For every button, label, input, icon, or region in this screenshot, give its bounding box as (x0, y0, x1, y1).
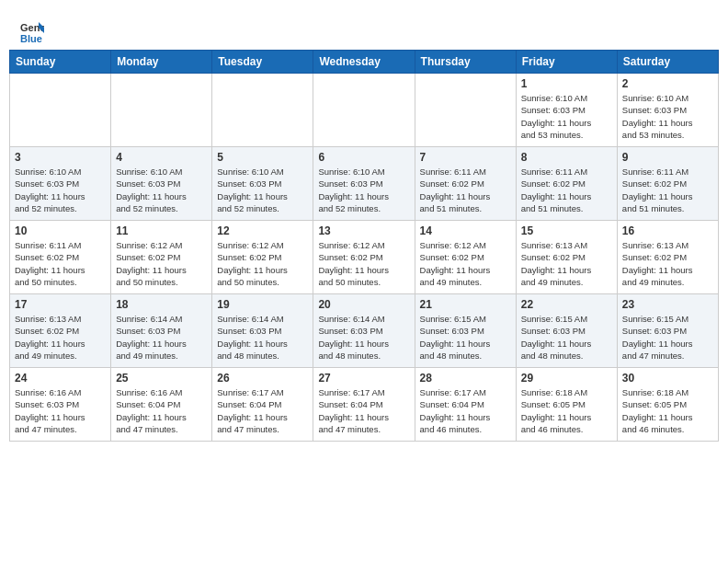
day-info: Sunrise: 6:16 AM Sunset: 6:03 PM Dayligh… (15, 386, 106, 435)
calendar-cell: 25Sunrise: 6:16 AM Sunset: 6:04 PM Dayli… (111, 368, 212, 442)
day-number: 29 (521, 372, 612, 385)
weekday-header: Friday (516, 51, 617, 74)
day-info: Sunrise: 6:10 AM Sunset: 6:03 PM Dayligh… (622, 92, 713, 141)
day-info: Sunrise: 6:15 AM Sunset: 6:03 PM Dayligh… (521, 313, 612, 362)
calendar-cell: 12Sunrise: 6:12 AM Sunset: 6:02 PM Dayli… (212, 221, 313, 294)
day-info: Sunrise: 6:13 AM Sunset: 6:02 PM Dayligh… (15, 313, 106, 362)
calendar-cell: 4Sunrise: 6:10 AM Sunset: 6:03 PM Daylig… (111, 147, 212, 221)
svg-text:Blue: Blue (20, 33, 42, 44)
calendar-cell: 9Sunrise: 6:11 AM Sunset: 6:02 PM Daylig… (617, 147, 718, 221)
day-number: 4 (116, 151, 207, 164)
calendar-week-row: 1Sunrise: 6:10 AM Sunset: 6:03 PM Daylig… (10, 74, 719, 147)
weekday-header: Tuesday (212, 51, 313, 74)
weekday-header: Wednesday (313, 51, 415, 74)
calendar-cell: 29Sunrise: 6:18 AM Sunset: 6:05 PM Dayli… (516, 368, 617, 442)
day-info: Sunrise: 6:13 AM Sunset: 6:02 PM Dayligh… (521, 239, 612, 288)
calendar-cell: 3Sunrise: 6:10 AM Sunset: 6:03 PM Daylig… (10, 147, 111, 221)
calendar-cell: 16Sunrise: 6:13 AM Sunset: 6:02 PM Dayli… (617, 221, 718, 294)
calendar-cell: 20Sunrise: 6:14 AM Sunset: 6:03 PM Dayli… (313, 294, 415, 368)
day-number: 14 (420, 224, 511, 237)
day-info: Sunrise: 6:10 AM Sunset: 6:03 PM Dayligh… (116, 166, 207, 214)
day-info: Sunrise: 6:15 AM Sunset: 6:03 PM Dayligh… (622, 313, 713, 362)
day-number: 6 (318, 151, 409, 164)
calendar-cell: 11Sunrise: 6:12 AM Sunset: 6:02 PM Dayli… (111, 221, 212, 294)
day-number: 21 (420, 298, 511, 311)
day-info: Sunrise: 6:11 AM Sunset: 6:02 PM Dayligh… (15, 239, 106, 288)
calendar-cell: 13Sunrise: 6:12 AM Sunset: 6:02 PM Dayli… (313, 221, 415, 294)
day-info: Sunrise: 6:12 AM Sunset: 6:02 PM Dayligh… (116, 239, 207, 288)
calendar-week-row: 3Sunrise: 6:10 AM Sunset: 6:03 PM Daylig… (10, 147, 719, 221)
calendar-week-row: 24Sunrise: 6:16 AM Sunset: 6:03 PM Dayli… (10, 368, 719, 442)
day-info: Sunrise: 6:17 AM Sunset: 6:04 PM Dayligh… (420, 386, 511, 435)
day-info: Sunrise: 6:14 AM Sunset: 6:03 PM Dayligh… (217, 313, 308, 362)
day-info: Sunrise: 6:11 AM Sunset: 6:02 PM Dayligh… (521, 166, 612, 214)
weekday-header: Saturday (617, 51, 718, 74)
calendar-cell: 1Sunrise: 6:10 AM Sunset: 6:03 PM Daylig… (516, 74, 617, 147)
day-number: 26 (217, 372, 308, 385)
calendar-cell: 7Sunrise: 6:11 AM Sunset: 6:02 PM Daylig… (415, 147, 516, 221)
day-number: 9 (622, 151, 713, 164)
day-info: Sunrise: 6:13 AM Sunset: 6:02 PM Dayligh… (622, 239, 713, 288)
day-number: 19 (217, 298, 308, 311)
day-number: 24 (15, 372, 106, 385)
day-info: Sunrise: 6:12 AM Sunset: 6:02 PM Dayligh… (318, 239, 409, 288)
calendar-cell: 18Sunrise: 6:14 AM Sunset: 6:03 PM Dayli… (111, 294, 212, 368)
calendar-cell: 22Sunrise: 6:15 AM Sunset: 6:03 PM Dayli… (516, 294, 617, 368)
day-info: Sunrise: 6:14 AM Sunset: 6:03 PM Dayligh… (116, 313, 207, 362)
page-header: General Blue (9, 9, 719, 50)
calendar-cell: 2Sunrise: 6:10 AM Sunset: 6:03 PM Daylig… (617, 74, 718, 147)
day-number: 12 (217, 224, 308, 237)
day-info: Sunrise: 6:16 AM Sunset: 6:04 PM Dayligh… (116, 386, 207, 435)
day-info: Sunrise: 6:12 AM Sunset: 6:02 PM Dayligh… (420, 239, 511, 288)
calendar-cell: 21Sunrise: 6:15 AM Sunset: 6:03 PM Dayli… (415, 294, 516, 368)
logo: General Blue (18, 18, 46, 44)
calendar-cell: 14Sunrise: 6:12 AM Sunset: 6:02 PM Dayli… (415, 221, 516, 294)
day-info: Sunrise: 6:10 AM Sunset: 6:03 PM Dayligh… (521, 92, 612, 141)
day-info: Sunrise: 6:15 AM Sunset: 6:03 PM Dayligh… (420, 313, 511, 362)
day-number: 17 (15, 298, 106, 311)
day-number: 27 (318, 372, 409, 385)
calendar-week-row: 10Sunrise: 6:11 AM Sunset: 6:02 PM Dayli… (10, 221, 719, 294)
day-info: Sunrise: 6:14 AM Sunset: 6:03 PM Dayligh… (318, 313, 409, 362)
day-number: 13 (318, 224, 409, 237)
day-number: 10 (15, 224, 106, 237)
calendar-cell: 6Sunrise: 6:10 AM Sunset: 6:03 PM Daylig… (313, 147, 415, 221)
calendar-cell: 19Sunrise: 6:14 AM Sunset: 6:03 PM Dayli… (212, 294, 313, 368)
calendar-cell: 24Sunrise: 6:16 AM Sunset: 6:03 PM Dayli… (10, 368, 111, 442)
day-info: Sunrise: 6:18 AM Sunset: 6:05 PM Dayligh… (622, 386, 713, 435)
day-number: 18 (116, 298, 207, 311)
calendar-cell: 27Sunrise: 6:17 AM Sunset: 6:04 PM Dayli… (313, 368, 415, 442)
calendar-cell: 10Sunrise: 6:11 AM Sunset: 6:02 PM Dayli… (10, 221, 111, 294)
day-info: Sunrise: 6:10 AM Sunset: 6:03 PM Dayligh… (217, 166, 308, 214)
calendar-week-row: 17Sunrise: 6:13 AM Sunset: 6:02 PM Dayli… (10, 294, 719, 368)
calendar-cell: 5Sunrise: 6:10 AM Sunset: 6:03 PM Daylig… (212, 147, 313, 221)
calendar-table: SundayMondayTuesdayWednesdayThursdayFrid… (9, 50, 719, 442)
weekday-header-row: SundayMondayTuesdayWednesdayThursdayFrid… (10, 51, 719, 74)
calendar-cell (212, 74, 313, 147)
day-info: Sunrise: 6:17 AM Sunset: 6:04 PM Dayligh… (318, 386, 409, 435)
day-info: Sunrise: 6:17 AM Sunset: 6:04 PM Dayligh… (217, 386, 308, 435)
calendar-cell: 17Sunrise: 6:13 AM Sunset: 6:02 PM Dayli… (10, 294, 111, 368)
day-number: 11 (116, 224, 207, 237)
day-number: 7 (420, 151, 511, 164)
day-number: 16 (622, 224, 713, 237)
day-number: 5 (217, 151, 308, 164)
day-number: 8 (521, 151, 612, 164)
day-info: Sunrise: 6:10 AM Sunset: 6:03 PM Dayligh… (318, 166, 409, 214)
weekday-header: Monday (111, 51, 212, 74)
weekday-header: Thursday (415, 51, 516, 74)
calendar-cell (415, 74, 516, 147)
day-number: 30 (622, 372, 713, 385)
calendar-cell: 23Sunrise: 6:15 AM Sunset: 6:03 PM Dayli… (617, 294, 718, 368)
day-number: 25 (116, 372, 207, 385)
calendar-cell: 28Sunrise: 6:17 AM Sunset: 6:04 PM Dayli… (415, 368, 516, 442)
day-number: 23 (622, 298, 713, 311)
calendar-cell (10, 74, 111, 147)
calendar-cell: 8Sunrise: 6:11 AM Sunset: 6:02 PM Daylig… (516, 147, 617, 221)
day-number: 3 (15, 151, 106, 164)
day-number: 28 (420, 372, 511, 385)
day-info: Sunrise: 6:10 AM Sunset: 6:03 PM Dayligh… (15, 166, 106, 214)
day-number: 22 (521, 298, 612, 311)
day-number: 20 (318, 298, 409, 311)
day-info: Sunrise: 6:11 AM Sunset: 6:02 PM Dayligh… (420, 166, 511, 214)
